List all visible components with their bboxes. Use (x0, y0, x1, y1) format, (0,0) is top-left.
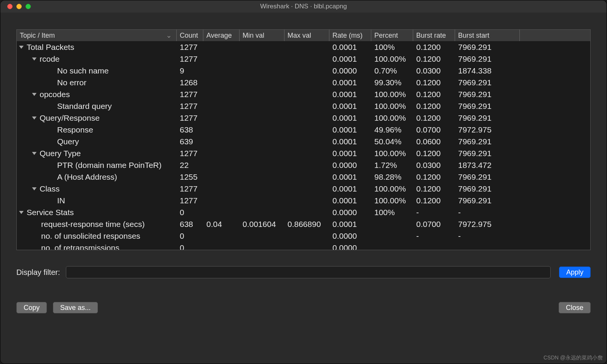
table-row[interactable]: Query6390.000150.04%0.06007969.291 (17, 136, 590, 147)
cell-bstart: 7969.291 (455, 172, 520, 182)
cell-max: 0.866890 (284, 220, 329, 229)
table-row[interactable]: Query/Response12770.0001100.00%0.1200796… (17, 112, 590, 124)
table-header[interactable]: Topic / Item ⌄ Count Average Min val Max… (17, 30, 590, 41)
close-icon[interactable] (7, 4, 13, 9)
disclosure-triangle-icon[interactable] (32, 187, 37, 190)
display-filter-input[interactable] (66, 266, 550, 278)
close-button[interactable]: Close (559, 302, 591, 313)
cell-pct: 100% (371, 43, 413, 52)
col-header-count[interactable]: Count (177, 30, 203, 41)
cell-rate: 0.0001 (329, 196, 371, 205)
cell-pct: 0.70% (371, 66, 413, 75)
table-row[interactable]: PTR (domain name PoinTeR)220.00001.72%0.… (17, 159, 590, 171)
cell-topic: rcode (17, 54, 177, 64)
cell-topic: Response (17, 125, 177, 134)
row-label: PTR (domain name PoinTeR) (57, 161, 161, 170)
table-row[interactable]: Class12770.0001100.00%0.12007969.291 (17, 183, 590, 195)
cell-count: 22 (177, 161, 203, 170)
cell-rate: 0.0001 (329, 102, 371, 111)
table-row[interactable]: No such name90.00000.70%0.03001874.338 (17, 65, 590, 77)
cell-count: 1277 (177, 43, 203, 52)
table-row[interactable]: rcode12770.0001100.00%0.12007969.291 (17, 53, 590, 65)
cell-burst: 0.1200 (413, 184, 455, 193)
row-label: Response (57, 125, 93, 134)
window: Wireshark · DNS · blbl.pcapng Topic / It… (0, 0, 607, 364)
col-header-topic[interactable]: Topic / Item ⌄ (17, 30, 177, 41)
disclosure-triangle-icon[interactable] (32, 117, 37, 120)
table-row[interactable]: no. of unsolicited responses00.0000-- (17, 230, 590, 242)
cell-rate: 0.0001 (329, 172, 371, 182)
col-header-burst-rate[interactable]: Burst rate (413, 30, 455, 41)
disclosure-triangle-icon[interactable] (32, 93, 37, 96)
row-label: no. of retransmissions (41, 243, 119, 250)
cell-rate: 0.0001 (329, 43, 371, 52)
cell-bstart: 7969.291 (455, 196, 520, 205)
table-row[interactable]: Standard query12770.0001100.00%0.1200796… (17, 100, 590, 112)
cell-burst: 0.1200 (413, 54, 455, 64)
cell-bstart: 1874.338 (455, 66, 520, 75)
disclosure-triangle-icon[interactable] (19, 211, 24, 214)
cell-avg: 0.04 (203, 220, 240, 229)
titlebar[interactable]: Wireshark · DNS · blbl.pcapng (0, 0, 607, 13)
cell-pct: 100.00% (371, 90, 413, 99)
table-row[interactable]: Query Type12770.0001100.00%0.12007969.29… (17, 147, 590, 159)
cell-rate: 0.0001 (329, 137, 371, 146)
cell-bstart: 1873.472 (455, 161, 520, 170)
cell-count: 1277 (177, 54, 203, 64)
table-row[interactable]: request-response time (secs)6380.040.001… (17, 218, 590, 230)
cell-count: 1277 (177, 113, 203, 123)
cell-rate: 0.0001 (329, 184, 371, 193)
cell-burst: 0.1200 (413, 43, 455, 52)
cell-pct: 100.00% (371, 113, 413, 123)
table-row[interactable]: Total Packets12770.0001100%0.12007969.29… (17, 41, 590, 53)
apply-button[interactable]: Apply (559, 267, 591, 278)
cell-bstart: 7969.291 (455, 102, 520, 111)
cell-burst: - (413, 208, 455, 217)
col-header-count-label: Count (180, 32, 198, 40)
maximize-icon[interactable] (26, 4, 31, 9)
col-header-min[interactable]: Min val (240, 30, 284, 41)
cell-topic: Query Type (17, 149, 177, 158)
cell-pct: 1.72% (371, 161, 413, 170)
copy-button[interactable]: Copy (16, 302, 47, 313)
table-row[interactable]: Response6380.000149.96%0.07007972.975 (17, 124, 590, 136)
row-label: no. of unsolicited responses (41, 231, 140, 241)
table-row[interactable]: Service Stats00.0000100%-- (17, 206, 590, 218)
cell-burst: 0.1200 (413, 113, 455, 123)
table-row[interactable]: A (Host Address)12550.000198.28%0.120079… (17, 171, 590, 183)
cell-burst: 0.1200 (413, 196, 455, 205)
cell-topic: IN (17, 196, 177, 205)
cell-count: 638 (177, 220, 203, 229)
cell-bstart: 7969.291 (455, 54, 520, 64)
col-header-rate[interactable]: Rate (ms) (329, 30, 371, 41)
row-label: Query/Response (40, 113, 100, 123)
save-as-button[interactable]: Save as... (53, 302, 98, 313)
table-row[interactable]: No error12680.000199.30%0.12007969.291 (17, 77, 590, 88)
disclosure-triangle-icon[interactable] (32, 57, 37, 61)
stats-table: Topic / Item ⌄ Count Average Min val Max… (16, 29, 591, 250)
col-header-burst-start[interactable]: Burst start (455, 30, 520, 41)
disclosure-triangle-icon[interactable] (19, 46, 24, 49)
cell-topic: No error (17, 78, 177, 87)
cell-count: 1277 (177, 102, 203, 111)
table-body[interactable]: Total Packets12770.0001100%0.12007969.29… (17, 41, 590, 250)
col-header-max[interactable]: Max val (284, 30, 329, 41)
cell-burst: 0.0600 (413, 137, 455, 146)
table-row[interactable]: opcodes12770.0001100.00%0.12007969.291 (17, 88, 590, 100)
cell-burst: 0.0300 (413, 66, 455, 75)
cell-rate: 0.0001 (329, 90, 371, 99)
disclosure-triangle-icon[interactable] (32, 152, 37, 155)
cell-rate: 0.0000 (329, 66, 371, 75)
cell-bstart: 7969.291 (455, 78, 520, 87)
row-label: Total Packets (27, 43, 74, 52)
table-row[interactable]: no. of retransmissions00.0000 (17, 242, 590, 250)
cell-rate: 0.0001 (329, 220, 371, 229)
row-label: Standard query (57, 102, 112, 111)
col-header-average[interactable]: Average (203, 30, 240, 41)
minimize-icon[interactable] (16, 4, 22, 9)
cell-rate: 0.0000 (329, 208, 371, 217)
col-header-percent[interactable]: Percent (371, 30, 413, 41)
cell-rate: 0.0000 (329, 231, 371, 241)
window-controls (7, 4, 31, 9)
table-row[interactable]: IN12770.0001100.00%0.12007969.291 (17, 195, 590, 206)
